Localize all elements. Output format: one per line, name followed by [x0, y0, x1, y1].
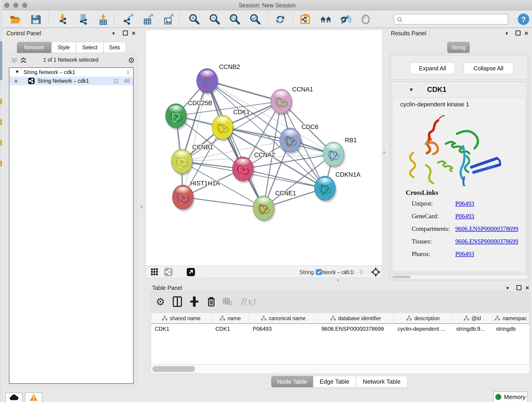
export-image-icon[interactable] [162, 13, 175, 26]
network-node-CCNA2[interactable] [232, 157, 254, 183]
open-in-window-icon[interactable] [187, 268, 195, 276]
section-collapse-icon[interactable]: ▼ [409, 87, 414, 93]
tab-edge-table[interactable]: Edge Table [313, 376, 356, 387]
eye-icon[interactable] [359, 13, 372, 26]
network-node-CDC25B[interactable] [165, 104, 188, 130]
column-header--id[interactable]: @id [452, 313, 492, 324]
tab-string[interactable]: String [447, 42, 470, 53]
export-network-icon[interactable] [121, 13, 134, 26]
expand-all-button[interactable]: Expand All [410, 63, 455, 74]
network-canvas[interactable]: CCNB2CCNA1CDC25BCDK1CDC6RB1CCNB1CCNA2CDK… [146, 30, 382, 266]
column-header-canonical-name[interactable]: canonical name [249, 313, 318, 324]
network-node-CCNB1[interactable] [171, 149, 193, 175]
splitter-handle[interactable] [383, 151, 385, 153]
panel-float-icon[interactable] [123, 31, 128, 37]
hide-glasses-icon[interactable] [339, 13, 352, 26]
column-header-database-identifier[interactable]: database identifier [318, 313, 394, 324]
grid-view-icon[interactable] [151, 268, 158, 276]
crosslink-link[interactable]: 9606.ENSP00000378699 [455, 225, 518, 232]
table-row[interactable]: CDK1CDK1P064939606.ENSP00000378699cyclin… [151, 324, 530, 333]
column-header-namespac[interactable]: namespac [492, 313, 530, 324]
import-database-icon[interactable] [77, 13, 90, 26]
save-session-icon[interactable] [29, 13, 42, 26]
cloud-status-button[interactable] [5, 392, 23, 402]
import-network-icon[interactable] [57, 13, 70, 26]
network-node-RB1[interactable] [323, 142, 345, 168]
network-node-CCNA1[interactable] [271, 89, 293, 115]
network-node-HIST1H1A[interactable] [172, 185, 195, 211]
zoom-in-icon[interactable] [188, 13, 201, 26]
import-table-icon[interactable] [98, 13, 110, 26]
crosslink-link[interactable]: P06493 [455, 200, 474, 207]
table-hscrollbar[interactable] [151, 364, 530, 374]
tab-network[interactable]: Network [17, 42, 51, 53]
table-cell[interactable]: P06493 [249, 324, 318, 333]
zoom-out-icon[interactable] [208, 13, 221, 26]
birdseye-locate-icon[interactable] [371, 267, 380, 277]
panel-menu-icon[interactable]: ▾ [112, 31, 115, 36]
network-label: String Network – cdk1 [37, 78, 89, 84]
crosslink-link[interactable]: P06493 [455, 213, 474, 220]
crosslink-label: Pharos: [412, 250, 430, 258]
results-hscrollbar[interactable] [391, 275, 527, 279]
table-cell[interactable]: CDK1 [212, 324, 249, 333]
search-input[interactable] [394, 14, 508, 25]
column-header-name[interactable]: name [212, 313, 249, 324]
collapse-triangle-icon[interactable]: ▼ [15, 69, 19, 75]
memory-button[interactable]: Memory [493, 391, 528, 402]
crosslink-label: Compartments: [412, 225, 450, 232]
tab-select[interactable]: Select [76, 42, 104, 53]
home-networks-icon[interactable] [319, 13, 332, 26]
shared-column-icon [261, 316, 266, 321]
column-header-description[interactable]: description [394, 313, 452, 324]
collapse-all-button[interactable]: Collapse All [464, 63, 513, 74]
delete-column-icon[interactable] [205, 295, 218, 308]
panel-menu-icon[interactable]: ▾ [506, 285, 509, 291]
network-node-CDK1[interactable] [212, 115, 234, 141]
column-header-shared-name[interactable]: shared name [151, 313, 212, 324]
zoom-selected-icon[interactable] [249, 13, 261, 26]
table-cell[interactable]: 9606.ENSP00000378699 [318, 324, 394, 333]
panel-close-icon[interactable]: ✕ [524, 31, 528, 36]
open-session-icon[interactable] [9, 13, 22, 26]
selected-checkbox-icon[interactable] [316, 269, 322, 275]
splitter-handle[interactable] [337, 279, 339, 281]
table-cell[interactable]: CDK1 [151, 324, 212, 333]
zoom-fit-icon[interactable] [228, 13, 241, 26]
copy-network-icon[interactable] [299, 13, 312, 26]
table-cell[interactable]: stringdb:9... [452, 324, 492, 333]
gear-icon[interactable]: ⚙ [128, 56, 135, 65]
network-node-CCNB2[interactable] [196, 69, 219, 95]
scrollbar-thumb[interactable] [152, 366, 195, 372]
network-node-CCNE1[interactable] [253, 196, 275, 222]
string-view-icon[interactable] [164, 268, 172, 276]
crosslink-link[interactable]: 9606.ENSP00000378699 [455, 238, 518, 245]
warning-status-button[interactable] [25, 392, 42, 402]
create-column-icon[interactable] [188, 295, 201, 308]
panel-close-icon[interactable]: ✕ [525, 285, 529, 291]
table-cell[interactable]: stringdb [492, 324, 530, 333]
gene-section: ▼ CDK1 cyclin-dependent kinase 1 CrossLi… [391, 82, 527, 273]
crosslink-link[interactable]: P06493 [455, 250, 474, 258]
toolbar-separator [201, 267, 201, 277]
show-columns-icon[interactable] [171, 295, 184, 308]
help-icon[interactable]: ? [518, 13, 529, 25]
panel-menu-icon[interactable]: ▾ [505, 31, 508, 36]
panel-float-icon[interactable] [515, 31, 520, 37]
tab-sets[interactable]: Sets [104, 42, 126, 53]
panel-float-icon[interactable] [516, 285, 521, 292]
table-gear-icon[interactable]: ⚙ [154, 295, 167, 308]
export-table-icon[interactable] [142, 13, 155, 26]
panel-close-icon[interactable]: ✕ [132, 31, 136, 36]
table-cell[interactable]: cyclin-dependent ... [394, 324, 452, 333]
tab-style[interactable]: Style [51, 42, 76, 53]
network-row[interactable]: String Network – cdk1 11 48 [9, 77, 133, 85]
splitter-handle[interactable] [140, 206, 143, 208]
tab-network-table[interactable]: Network Table [356, 376, 407, 387]
tab-node-table[interactable]: Node Table [271, 376, 313, 387]
network-node-CDKN1A[interactable] [314, 176, 336, 202]
column-label: description [414, 315, 440, 322]
refresh-icon[interactable] [274, 13, 287, 26]
column-label: canonical name [269, 315, 306, 322]
network-collection-row[interactable]: ▼ String Network – cdk1 1 [9, 68, 133, 77]
